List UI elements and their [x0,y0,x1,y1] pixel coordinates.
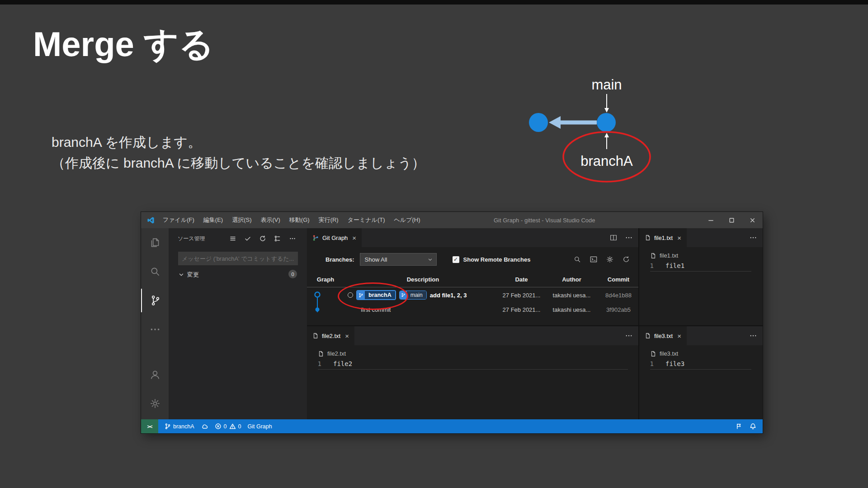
file1-tabbar: file1.txt × [639,228,763,247]
file2-breadcrumb: file2.txt [318,350,638,357]
show-remote-branches-checkbox[interactable]: ✓ [453,256,459,263]
branch-badge-label: branchA [365,291,395,299]
search-icon[interactable] [141,260,169,283]
view-as-list-icon[interactable] [229,235,236,242]
commit-row-2[interactable]: first commit 27 Feb 2021... takashi uesa… [307,303,638,317]
terminal-icon[interactable] [590,255,598,263]
sidebar-actions [229,235,296,242]
maximize-icon[interactable] [721,212,742,228]
notifications-bell-icon[interactable] [750,423,756,430]
menu-terminal[interactable]: ターミナル(T) [343,216,390,224]
window-main: ソース管理 変更 0 [141,228,763,419]
commit-message: first commit [348,306,391,313]
statusbar-git-graph[interactable]: Git Graph [247,423,272,430]
problems-indicator[interactable]: 0 0 [215,423,241,430]
commit-message-input[interactable] [178,252,298,265]
tab-file2[interactable]: file2.txt × [307,326,354,345]
git-graph-panel: Git Graph × Branches: Show All [307,228,638,325]
branch-icon [400,291,407,299]
feedback-flag-icon[interactable] [736,423,742,430]
file1-panel: file1.txt × file1.txt 1 [639,228,763,325]
current-line-border [650,369,751,370]
more-actions-icon[interactable] [289,235,296,242]
settings-gear-icon[interactable] [606,255,614,263]
main-label: main [591,77,622,93]
remote-icon: >< [147,424,152,429]
status-bar: >< branchA 0 0 Git Graph [141,419,763,433]
commit-node-left [529,113,548,132]
main-pointer-head [604,108,609,113]
file2-code-line[interactable]: 1 file2 [307,360,638,367]
line-number: 1 [639,262,654,269]
column-commit[interactable]: Commit [599,276,638,283]
top-border-strip [0,0,868,5]
more-actions-icon[interactable] [749,332,757,340]
file-icon [312,333,319,339]
file1-code-line[interactable]: 1 file1 [639,262,763,269]
changes-label: 変更 [187,271,199,279]
tab-file3[interactable]: file3.txt × [639,326,687,345]
merge-arrow-head [549,116,561,129]
branch-icon [357,291,365,299]
branches-dropdown[interactable]: Show All [360,253,437,266]
statusbar-branch[interactable]: branchA [165,423,194,430]
menu-view[interactable]: 表示(V) [256,216,285,224]
window-title: Git Graph - gittest - Visual Studio Code [494,212,595,228]
split-editor-icon[interactable] [609,234,618,242]
tab-git-graph[interactable]: Git Graph × [307,228,362,247]
editor-area: Git Graph × Branches: Show All [307,228,763,419]
minimize-icon[interactable] [700,212,721,228]
commit-author: takashi uesa... [545,292,599,299]
file3-code-line[interactable]: 1 file3 [639,360,763,367]
file2-panel: file2.txt × file2.txt 1 [307,325,638,419]
menu-go[interactable]: 移動(G) [285,216,314,224]
column-graph[interactable]: Graph [307,276,344,283]
tab-file2-label: file2.txt [322,333,340,339]
column-date[interactable]: Date [498,276,545,283]
statusbar-right [736,423,756,430]
menu-selection[interactable]: 選択(S) [227,216,256,224]
more-views-icon[interactable] [141,318,169,341]
refresh-icon[interactable] [622,255,630,263]
branch-badge-brancha[interactable]: branchA [356,290,396,300]
show-remote-branches-label: Show Remote Branches [463,256,531,263]
source-control-icon[interactable] [141,289,169,312]
commit-graph-column [307,287,344,317]
remote-indicator[interactable]: >< [141,419,158,433]
column-description[interactable]: Description [344,276,498,283]
more-actions-icon[interactable] [625,234,633,242]
search-icon[interactable] [573,255,581,263]
explorer-icon[interactable] [141,231,169,254]
close-icon[interactable] [742,212,763,228]
tab-close-icon[interactable]: × [345,333,349,339]
more-actions-icon[interactable] [749,234,757,242]
editor-actions [749,228,757,247]
changes-section-header[interactable]: 変更 [178,271,199,279]
tab-file1[interactable]: file1.txt × [639,228,687,247]
commit-check-icon[interactable] [244,235,251,242]
menu-run[interactable]: 実行(R) [314,216,343,224]
commit-hash: 3f902ab5 [599,306,638,313]
column-author[interactable]: Author [545,276,599,283]
tab-close-icon[interactable]: × [677,333,681,339]
commit-graph-icon[interactable] [274,235,281,242]
warning-count: 0 [238,423,241,430]
git-graph-statusbar-label: Git Graph [247,423,272,430]
settings-gear-icon[interactable] [141,392,169,415]
menu-help[interactable]: ヘルプ(H) [390,216,425,224]
account-icon[interactable] [141,363,169,386]
tab-close-icon[interactable]: × [677,235,681,241]
error-icon [215,423,222,430]
chevron-down-icon [178,272,184,278]
refresh-icon[interactable] [259,235,266,242]
git-graph-table-header: Graph Description Date Author Commit [307,272,638,287]
more-actions-icon[interactable] [625,332,633,340]
file-icon [645,235,651,241]
tab-close-icon[interactable]: × [352,235,356,241]
commit-row-1[interactable]: branchA main add file1, 2, 3 [307,287,638,303]
tab-file3-label: file3.txt [654,333,673,339]
sync-changes[interactable] [201,423,208,430]
menu-file[interactable]: ファイル(F) [158,216,199,224]
branch-badge-main[interactable]: main [399,291,427,300]
menu-edit[interactable]: 編集(E) [199,216,227,224]
